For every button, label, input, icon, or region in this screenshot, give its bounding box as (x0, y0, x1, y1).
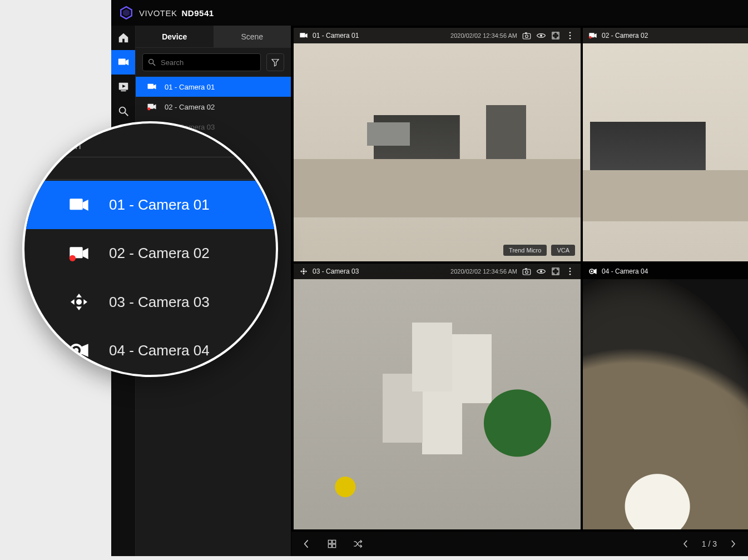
magnifier-item-label: 02 - Camera 02 (109, 245, 210, 262)
app-header: VIVOTEK ND9541 (111, 0, 748, 26)
tab-scene[interactable]: Scene (214, 26, 291, 48)
grid-footer: 1 / 3 (291, 532, 748, 556)
camera-icon (65, 194, 93, 216)
fisheye-icon (65, 339, 93, 361)
magnifier-item-label: 04 - Camera 04 (109, 342, 210, 359)
snapshot-icon (522, 31, 532, 41)
tile-header: 01 - Camera 01 2020/02/02 12:34:56 AM (294, 28, 581, 43)
video-thumb (583, 264, 748, 529)
camera-recording-icon (588, 31, 597, 40)
tile-timestamp: 2020/02/02 12:34:56 AM (450, 32, 517, 39)
search-box[interactable] (142, 53, 261, 71)
tile-title: 01 - Camera 01 (313, 32, 359, 39)
camera-recording-icon (146, 102, 158, 112)
chevron-left-icon (301, 538, 312, 549)
search-icon (117, 105, 130, 117)
footer-rotate-button[interactable] (349, 536, 366, 552)
video-grid: 01 - Camera 01 2020/02/02 12:34:56 AM Tr… (291, 26, 748, 532)
magnifier-item-label: 03 - Camera 03 (109, 294, 210, 311)
camera-icon (146, 82, 158, 92)
home-icon (117, 32, 130, 44)
chevron-left-icon (681, 539, 691, 549)
filter-icon (270, 57, 280, 67)
pager-prev-button[interactable] (677, 536, 694, 552)
video-thumb (294, 28, 581, 261)
video-thumb (583, 28, 748, 261)
shuffle-icon (352, 538, 363, 549)
more-button[interactable] (565, 31, 575, 41)
fisheye-icon (588, 267, 597, 276)
nav-search[interactable] (111, 99, 135, 123)
svg-marker-23 (123, 9, 130, 17)
nav-live[interactable] (111, 50, 135, 75)
pager: 1 / 3 (677, 536, 741, 552)
magnifier-item-camera-01[interactable]: 01 - Camera 01 (24, 181, 276, 229)
brand-name: VIVOTEK (139, 8, 177, 18)
brand-logo-icon (119, 6, 133, 20)
magnifier-item-camera-03[interactable]: 03 - Camera 03 (24, 277, 276, 326)
video-tile-camera-03[interactable]: 03 - Camera 03 2020/02/02 12:34:56 AM (294, 264, 581, 529)
video-tile-camera-04[interactable]: 04 - Camera 04 (583, 264, 748, 529)
chevron-right-icon (728, 539, 738, 549)
tab-device[interactable]: Device (136, 26, 214, 48)
camera-icon (117, 56, 130, 68)
tile-title: 02 - Camera 02 (602, 32, 648, 39)
view-button[interactable] (536, 31, 546, 41)
magnifier-item-camera-02[interactable]: 02 - Camera 02 (24, 229, 276, 277)
fullscreen-button[interactable] (551, 266, 561, 276)
nav-home[interactable] (111, 26, 135, 50)
tile-title: 03 - Camera 03 (313, 267, 359, 275)
nav-playback[interactable] (111, 75, 135, 99)
eye-icon (536, 31, 546, 41)
video-thumb (294, 264, 581, 529)
more-button[interactable] (565, 266, 575, 276)
sidebar-tabs: Device Scene (136, 26, 291, 48)
camera-recording-icon (65, 242, 93, 265)
pager-label: 1 / 3 (702, 539, 717, 548)
filter-button[interactable] (266, 53, 284, 71)
camera-list-item[interactable]: 01 - Camera 01 (136, 77, 291, 97)
camera-item-label: 01 - Camera 01 (165, 83, 215, 91)
ptz-icon (65, 291, 93, 313)
tile-title: 04 - Camera 04 (602, 267, 648, 275)
search-input[interactable] (161, 58, 256, 67)
search-icon (147, 58, 156, 67)
badge-vca: VCA (551, 245, 575, 256)
fullscreen-button[interactable] (551, 31, 561, 41)
camera-icon (299, 31, 308, 40)
footer-layout-button[interactable] (324, 536, 340, 552)
model-name: ND9541 (182, 8, 214, 18)
video-tile-camera-01[interactable]: 01 - Camera 01 2020/02/02 12:34:56 AM Tr… (294, 28, 581, 261)
badge-trend-micro: Trend Micro (503, 245, 547, 256)
grid-layout-icon (326, 538, 338, 549)
snapshot-icon (522, 266, 532, 276)
snapshot-button[interactable] (522, 31, 532, 41)
camera-list-item[interactable]: 02 - Camera 02 (136, 97, 291, 117)
pager-next-button[interactable] (725, 536, 741, 552)
eye-icon (536, 266, 546, 276)
magnifier-item-label: 01 - Camera 01 (109, 196, 210, 214)
ptz-icon (299, 267, 308, 276)
snapshot-button[interactable] (522, 266, 532, 276)
tile-timestamp: 2020/02/02 12:34:56 AM (450, 268, 517, 275)
camera-item-label: 02 - Camera 02 (165, 103, 215, 111)
fullscreen-icon (551, 266, 561, 276)
playback-icon (117, 81, 130, 93)
more-icon (565, 31, 575, 41)
video-tile-camera-02[interactable]: 02 - Camera 02 (583, 28, 748, 261)
tile-header: 03 - Camera 03 2020/02/02 12:34:56 AM (294, 264, 581, 279)
tile-header: 02 - Camera 02 (583, 28, 748, 43)
magnifier-callout: arch 01 - Camera 01 02 - Camera 02 03 - … (22, 121, 278, 377)
tile-header: 04 - Camera 04 (583, 264, 748, 279)
footer-prev-button[interactable] (298, 536, 315, 552)
view-button[interactable] (536, 266, 546, 276)
fullscreen-icon (551, 31, 561, 41)
more-icon (565, 266, 575, 276)
